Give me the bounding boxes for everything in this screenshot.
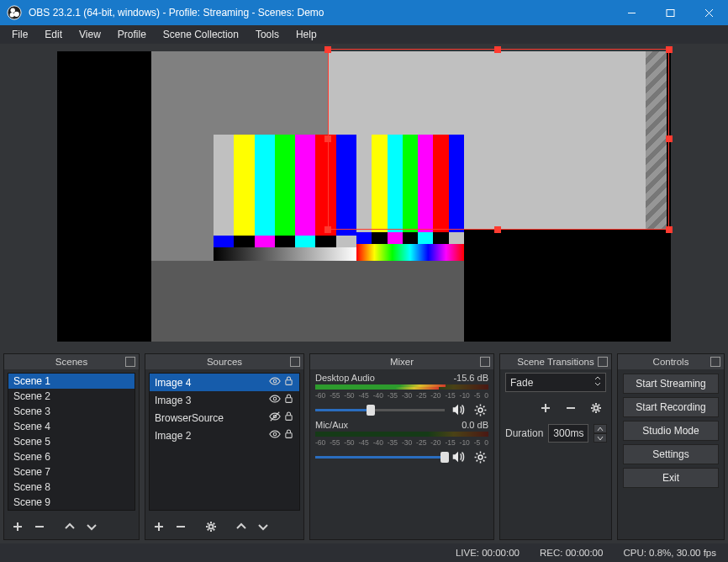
transition-duration-input[interactable]: 300ms	[548, 424, 588, 443]
transitions-dock: Scene Transitions Fade Duration 300ms	[499, 353, 612, 540]
scenes-move-up-button[interactable]	[60, 517, 80, 536]
duration-step-up[interactable]	[593, 424, 607, 433]
menu-profile[interactable]: Profile	[109, 26, 155, 43]
source-row[interactable]: BrowserSource	[150, 409, 299, 427]
transition-select[interactable]: Fade	[505, 373, 606, 392]
lock-icon[interactable]	[283, 411, 294, 425]
scene-row[interactable]: Scene 2	[8, 389, 135, 404]
scenes-dock: Scenes Scene 1Scene 2Scene 3Scene 4Scene…	[3, 353, 140, 540]
transition-remove-button[interactable]	[561, 399, 581, 417]
scenes-add-button[interactable]	[8, 517, 28, 536]
selection-handle-nw[interactable]	[324, 46, 331, 53]
mixer-channel-db: -15.6 dB	[453, 373, 488, 383]
eye-icon[interactable]	[269, 428, 281, 443]
scenes-remove-button[interactable]	[29, 517, 50, 536]
sources-add-button[interactable]	[149, 517, 169, 536]
source-row[interactable]: Image 4	[150, 374, 299, 391]
sources-move-up-button[interactable]	[231, 517, 251, 536]
dock-popout-icon[interactable]	[598, 357, 608, 367]
window-maximize-button[interactable]	[651, 0, 689, 25]
lock-icon[interactable]	[283, 375, 294, 390]
duration-step-down[interactable]	[593, 433, 607, 443]
chevron-updown-icon	[594, 376, 601, 389]
sources-move-down-button[interactable]	[253, 517, 273, 536]
status-cpu: CPU: 0.8%, 30.00 fps	[623, 548, 716, 558]
preview-canvas[interactable]	[57, 51, 671, 342]
control-button-start-recording[interactable]: Start Recording	[623, 397, 719, 417]
gear-icon[interactable]	[472, 448, 488, 465]
selection-handle-ne[interactable]	[666, 46, 673, 53]
mixer-channel: Desktop Audio-15.6 dB-60-55-50-45-40-35-…	[315, 373, 488, 418]
selection-handle-se[interactable]	[666, 226, 673, 233]
menu-help[interactable]: Help	[288, 26, 325, 43]
sources-remove-button[interactable]	[171, 517, 191, 536]
lock-icon[interactable]	[283, 393, 294, 407]
window-titlebar: OBS 23.2.1 (64-bit, windows) - Profile: …	[0, 0, 728, 25]
scene-row[interactable]: Scene 7	[8, 464, 135, 480]
selection-handle-n[interactable]	[494, 46, 501, 53]
app-icon	[7, 5, 22, 20]
transition-add-button[interactable]	[535, 399, 556, 417]
dock-popout-icon[interactable]	[125, 357, 135, 367]
scene-row[interactable]: Scene 4	[8, 419, 135, 434]
controls-dock: Controls Start StreamingStart RecordingS…	[617, 353, 725, 540]
sources-properties-button[interactable]	[201, 517, 221, 536]
control-button-studio-mode[interactable]: Studio Mode	[623, 421, 719, 441]
menu-view[interactable]: View	[71, 26, 109, 43]
selection-handle-e[interactable]	[666, 135, 673, 142]
mixer-dock: Mixer Desktop Audio-15.6 dB-60-55-50-45-…	[309, 353, 494, 540]
scenes-list[interactable]: Scene 1Scene 2Scene 3Scene 4Scene 5Scene…	[8, 373, 135, 511]
svg-point-24	[478, 408, 483, 412]
eye-icon[interactable]	[269, 411, 281, 425]
mixer-dock-title: Mixer	[310, 354, 493, 369]
svg-point-1	[11, 8, 15, 13]
scene-row[interactable]: Scene 1	[8, 374, 135, 389]
mixer-channel-name: Desktop Audio	[315, 373, 375, 383]
control-button-settings[interactable]: Settings	[623, 444, 719, 464]
selection-handle-w[interactable]	[324, 135, 331, 142]
eye-icon[interactable]	[269, 375, 281, 390]
transitions-dock-title: Scene Transitions	[500, 354, 611, 369]
dock-popout-icon[interactable]	[710, 357, 720, 367]
transition-properties-button[interactable]	[586, 399, 606, 417]
gear-icon[interactable]	[472, 401, 488, 418]
svg-point-3	[10, 13, 14, 17]
selection-handle-sw[interactable]	[324, 226, 331, 233]
scene-row[interactable]: Scene 3	[8, 404, 135, 419]
menu-scene-collection[interactable]: Scene Collection	[155, 26, 247, 43]
status-live: LIVE: 00:00:00	[456, 548, 520, 558]
preview-layer-dark	[151, 261, 464, 342]
sources-list[interactable]: Image 4Image 3BrowserSourceImage 2	[149, 373, 300, 511]
controls-body: Start StreamingStart RecordingStudio Mod…	[618, 369, 724, 492]
scene-row[interactable]: Scene 6	[8, 449, 135, 464]
scene-row[interactable]: Scene 9	[8, 495, 135, 510]
mixer-volume-slider[interactable]	[315, 404, 445, 416]
svg-rect-14	[286, 398, 292, 403]
menu-file[interactable]: File	[3, 26, 36, 43]
dock-popout-icon[interactable]	[480, 357, 490, 367]
scenes-dock-title: Scenes	[4, 354, 139, 369]
eye-icon[interactable]	[269, 393, 281, 407]
scene-row[interactable]: Scene 5	[8, 434, 135, 449]
scene-row[interactable]: Scene 8	[8, 480, 135, 495]
svg-rect-17	[286, 416, 292, 421]
scenes-move-down-button[interactable]	[82, 517, 102, 536]
speaker-icon[interactable]	[450, 401, 467, 418]
menu-edit[interactable]: Edit	[36, 26, 71, 43]
preview-selection-outline[interactable]	[328, 49, 669, 230]
svg-point-29	[594, 406, 599, 411]
speaker-icon[interactable]	[450, 448, 467, 465]
mixer-volume-slider[interactable]	[315, 451, 445, 463]
lock-icon[interactable]	[283, 428, 294, 443]
menu-tools[interactable]: Tools	[247, 26, 288, 43]
window-minimize-button[interactable]	[612, 0, 651, 25]
control-button-exit[interactable]: Exit	[623, 468, 719, 488]
source-row[interactable]: Image 2	[150, 427, 299, 444]
source-row[interactable]: Image 3	[150, 391, 299, 409]
selection-handle-s[interactable]	[494, 226, 501, 233]
mixer-body: Desktop Audio-15.6 dB-60-55-50-45-40-35-…	[310, 369, 493, 539]
control-button-start-streaming[interactable]: Start Streaming	[623, 374, 719, 394]
dock-popout-icon[interactable]	[290, 357, 300, 367]
mixer-channel-name: Mic/Aux	[315, 420, 348, 430]
window-close-button[interactable]	[689, 0, 728, 25]
